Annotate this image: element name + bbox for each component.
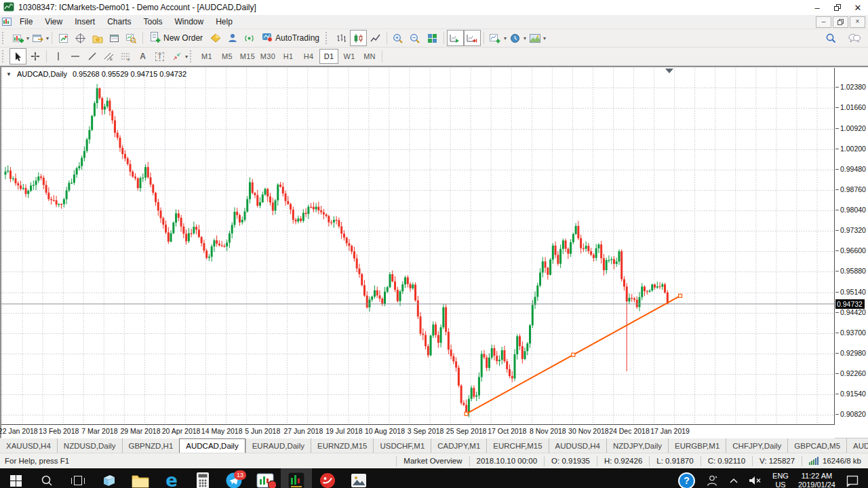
taskbar-file-explorer[interactable] <box>125 468 156 488</box>
line-chart-button[interactable] <box>367 30 384 46</box>
new-chart-button[interactable] <box>9 30 26 46</box>
menu-window[interactable]: Window <box>169 16 210 28</box>
tray-expand-button[interactable] <box>724 468 743 488</box>
task-view-button[interactable] <box>62 468 94 488</box>
timeframe-m15[interactable]: M15 <box>238 49 257 64</box>
templates-dropdown[interactable]: ▾ <box>543 35 546 41</box>
text-tool-button[interactable]: A <box>134 48 151 64</box>
taskbar-app-red[interactable] <box>312 468 343 488</box>
menu-file[interactable]: File <box>14 16 39 28</box>
taskbar-calculator[interactable] <box>187 468 218 488</box>
taskbar-search-button[interactable] <box>31 468 62 488</box>
templates-button[interactable] <box>526 30 543 46</box>
tab-xauusd-h4[interactable]: XAUUSD,H4 <box>0 438 57 453</box>
menu-help[interactable]: Help <box>210 16 239 28</box>
profiles-button[interactable] <box>29 30 46 46</box>
fibonacci-tool-button[interactable]: F <box>117 48 134 64</box>
arrows-dropdown[interactable]: ▾ <box>185 54 188 60</box>
tab-audusd-h4[interactable]: AUDUSD,H4 <box>549 438 606 453</box>
timeframe-h4[interactable]: H4 <box>299 49 318 64</box>
window-restore-button[interactable] <box>827 0 848 15</box>
terminal-button[interactable] <box>106 30 123 46</box>
tab-eurchf-m15[interactable]: EURCHF,M15 <box>486 438 548 453</box>
timeframe-m30[interactable]: M30 <box>258 49 277 64</box>
tab-nzdusd-daily[interactable]: NZDUSD,Daily <box>57 438 122 453</box>
tab-usdchf-m1[interactable]: USDCHF,M1 <box>373 438 431 453</box>
vertical-line-tool-button[interactable] <box>50 48 66 64</box>
indicators-button[interactable] <box>487 30 504 46</box>
trendline-tool-button[interactable] <box>83 48 100 64</box>
chevron-down-icon[interactable]: ▼ <box>6 71 12 77</box>
tab-euraud-daily[interactable]: EURAUD,Daily <box>245 438 311 453</box>
navigator-button[interactable] <box>89 30 106 46</box>
market-watch-button[interactable] <box>55 30 72 46</box>
taskbar-get-help[interactable]: ? <box>673 468 700 488</box>
data-window-button[interactable] <box>72 30 89 46</box>
tab-cadjpy-m1[interactable]: CADJPY,M1 <box>431 438 486 453</box>
timeframe-w1[interactable]: W1 <box>340 49 359 64</box>
strategy-tester-button[interactable] <box>123 30 140 46</box>
toolbar-grip[interactable] <box>190 50 194 62</box>
search-button[interactable] <box>822 30 839 46</box>
equidistant-channel-tool-button[interactable]: E <box>100 48 117 64</box>
zoom-in-button[interactable] <box>390 30 407 46</box>
action-center-button[interactable] <box>840 468 868 488</box>
bar-chart-button[interactable] <box>333 30 350 46</box>
tab-gbpcad-m5[interactable]: GBPCAD,M5 <box>787 438 846 453</box>
child-minimize-button[interactable]: – <box>816 16 831 28</box>
timeframe-m1[interactable]: M1 <box>197 49 216 64</box>
menu-charts[interactable]: Charts <box>101 16 137 28</box>
tab-gbpnzd-h1[interactable]: GBPNZD,H1 <box>122 438 180 453</box>
child-restore-button[interactable] <box>833 16 848 28</box>
price-axis[interactable]: 1.023801.016601.009201.002000.994800.987… <box>834 68 868 424</box>
timeframe-h1[interactable]: H1 <box>279 49 298 64</box>
chat-button[interactable] <box>846 30 863 46</box>
tab-audcad-daily[interactable]: AUDCAD,Daily <box>179 438 245 453</box>
tab-chfjpy-daily[interactable]: CHFJPY,Daily <box>726 438 787 453</box>
arrows-tool-button[interactable] <box>168 48 185 64</box>
zoom-out-button[interactable] <box>407 30 424 46</box>
timeframe-d1[interactable]: D1 <box>319 49 338 64</box>
price-chart[interactable] <box>1 68 835 424</box>
menu-view[interactable]: View <box>39 16 68 28</box>
profiles-dropdown[interactable]: ▾ <box>46 35 49 41</box>
chart-shift-button[interactable] <box>464 30 481 46</box>
tray-language-indicator[interactable]: ENGUS <box>768 468 793 488</box>
toolbar-grip[interactable] <box>2 50 6 62</box>
crosshair-tool-button[interactable] <box>26 48 43 64</box>
taskbar-edge[interactable]: e <box>156 468 187 488</box>
status-segment[interactable]: Market Overview <box>397 457 469 465</box>
tray-volume-button[interactable] <box>743 468 768 488</box>
tab-eurnzd-m15[interactable]: EURNZD,M15 <box>311 438 373 453</box>
tab-eurgbp-m1[interactable]: EURGBP,M1 <box>668 438 726 453</box>
toolbar-grip[interactable] <box>2 32 6 44</box>
taskbar-mt4-icmarkets-active[interactable] <box>281 468 312 488</box>
candlestick-chart-button[interactable] <box>350 30 367 46</box>
taskbar-mt4[interactable] <box>250 468 281 488</box>
tab-nzdjpy-daily[interactable]: NZDJPY,Daily <box>606 438 668 453</box>
window-minimize-button[interactable]: – <box>807 0 827 15</box>
start-button[interactable] <box>0 468 31 488</box>
menu-tools[interactable]: Tools <box>138 16 169 28</box>
metaeditor-button[interactable] <box>207 30 224 46</box>
auto-scroll-button[interactable] <box>447 30 464 46</box>
cursor-tool-button[interactable] <box>9 48 26 64</box>
menu-insert[interactable]: Insert <box>68 16 101 28</box>
signals-button[interactable] <box>241 30 258 46</box>
toolbar-grip[interactable] <box>326 32 330 44</box>
child-close-button[interactable]: × <box>850 16 865 28</box>
autotrading-button[interactable]: AutoTrading <box>258 31 323 45</box>
tray-clock[interactable]: 11:22 AM2019/01/24 <box>793 468 840 488</box>
new-order-button[interactable]: New Order <box>146 31 207 45</box>
community-button[interactable] <box>224 30 241 46</box>
window-close-button[interactable]: ✕ <box>848 0 868 15</box>
date-axis[interactable]: 22 Jan 201813 Feb 20187 Mar 201829 Mar 2… <box>1 424 835 438</box>
taskbar-photos[interactable] <box>343 468 374 488</box>
timeframe-m5[interactable]: M5 <box>218 49 237 64</box>
label-tool-button[interactable]: T <box>151 48 168 64</box>
horizontal-line-tool-button[interactable] <box>66 48 83 64</box>
tab-audchf[interactable]: AUDCHF <box>846 438 868 453</box>
timeframe-mn[interactable]: MN <box>360 49 379 64</box>
taskbar-telegram[interactable]: 13 <box>218 468 250 488</box>
tile-windows-button[interactable] <box>424 30 441 46</box>
